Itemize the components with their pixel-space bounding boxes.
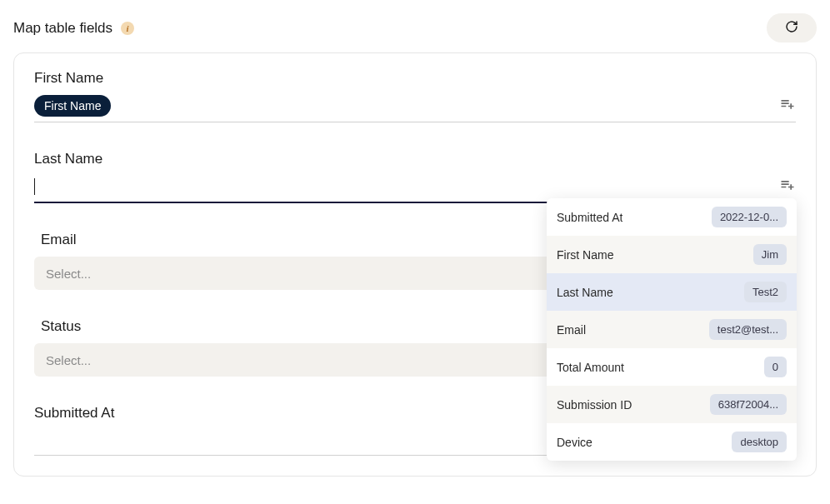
select-placeholder-status: Select...	[46, 353, 91, 367]
field-suggestions-dropdown: Submitted At 2022-12-0... First Name Jim…	[547, 198, 797, 461]
playlist-add-icon[interactable]	[779, 177, 796, 197]
header: Map table fields i	[13, 13, 817, 42]
dropdown-item-value: test2@test...	[709, 319, 787, 340]
dropdown-item-value: 2022-12-0...	[712, 207, 787, 227]
dropdown-item-label: Device	[557, 436, 592, 449]
dropdown-item-label: Email	[557, 323, 586, 337]
dropdown-item-label: Submitted At	[557, 211, 622, 224]
dropdown-item-value: Jim	[753, 244, 787, 265]
dropdown-item-submission-id[interactable]: Submission ID 638f72004...	[547, 386, 797, 423]
dropdown-item-value: 0	[764, 357, 787, 377]
dropdown-item-label: Submission ID	[557, 398, 632, 412]
info-icon[interactable]: i	[121, 22, 134, 35]
dropdown-item-submitted-at[interactable]: Submitted At 2022-12-0...	[547, 198, 797, 236]
select-placeholder-email: Select...	[46, 267, 91, 281]
field-last-name: Last Name	[34, 151, 796, 203]
dropdown-item-label: Last Name	[557, 286, 613, 299]
playlist-add-icon[interactable]	[779, 96, 796, 116]
dropdown-item-last-name[interactable]: Last Name Test2	[547, 273, 797, 311]
dropdown-item-value: Test2	[744, 282, 787, 302]
header-title-wrap: Map table fields i	[13, 20, 134, 37]
last-name-input[interactable]	[35, 176, 779, 197]
field-label-last-name: Last Name	[34, 151, 796, 167]
dropdown-item-value: 638f72004...	[710, 394, 787, 415]
dropdown-item-device[interactable]: Device desktop	[547, 423, 797, 461]
dropdown-item-label: Total Amount	[557, 361, 624, 374]
page-title: Map table fields	[13, 20, 112, 37]
field-first-name: First Name First Name	[34, 70, 796, 122]
chip-first-name[interactable]: First Name	[34, 95, 111, 117]
dropdown-item-email[interactable]: Email test2@test...	[547, 311, 797, 348]
field-label-first-name: First Name	[34, 70, 796, 87]
dropdown-item-first-name[interactable]: First Name Jim	[547, 236, 797, 273]
dropdown-item-value: desktop	[732, 432, 787, 452]
dropdown-item-label: First Name	[557, 248, 613, 262]
refresh-button[interactable]	[767, 13, 817, 42]
refresh-icon	[785, 20, 798, 36]
field-row-first-name[interactable]: First Name	[34, 95, 796, 122]
dropdown-item-total-amount[interactable]: Total Amount 0	[547, 348, 797, 386]
